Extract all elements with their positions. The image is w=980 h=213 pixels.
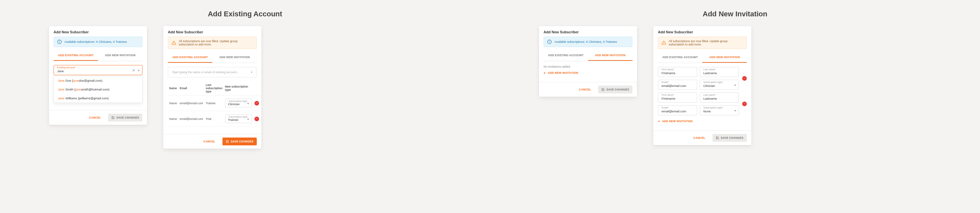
- field-value: Jane: [57, 69, 64, 73]
- caret-icon: ▾: [734, 108, 736, 112]
- save-icon: [226, 140, 229, 143]
- section-title: Add Existing Account: [49, 10, 441, 18]
- add-invitation-button[interactable]: + ADD NEW INVITATION: [544, 71, 578, 75]
- alert-available: Available subscriptions: X Clinicians, X…: [544, 37, 632, 47]
- section-title: Add New Invitation: [539, 10, 931, 18]
- plus-icon: +: [658, 119, 660, 123]
- first-name-input[interactable]: First name* Firstname: [658, 67, 697, 77]
- save-button[interactable]: SAVE CHANGES: [108, 114, 142, 122]
- cancel-button[interactable]: CANCEL: [86, 114, 105, 122]
- tabs: ADD EXISTING ACCOUNT ADD NEW INVITATION: [544, 50, 632, 61]
- table-row: Name email@email.com Trial Subscription …: [168, 111, 260, 127]
- col-name: Name: [168, 81, 178, 95]
- field-label: Existing Account: [57, 66, 75, 69]
- combobox-placeholder: Start typing the name or email of existi…: [172, 71, 239, 74]
- save-icon: [111, 116, 115, 119]
- alert-text: All subscriptions are now filled. Update…: [179, 40, 253, 46]
- modal-footer: CANCEL SAVE CHANGES: [539, 82, 637, 97]
- remove-row-button[interactable]: −: [742, 76, 747, 81]
- tab-existing[interactable]: ADD EXISTING ACCOUNT: [658, 52, 702, 63]
- modal-title: Add New Subscriber: [653, 26, 751, 37]
- plus-icon: +: [544, 71, 546, 75]
- existing-account-input[interactable]: Existing Account Jane ✕ ▾: [54, 65, 142, 75]
- section-new-invitation: Add New Invitation Add New Subscriber Av…: [539, 10, 931, 203]
- autocomplete-option[interactable]: Jane Doe (janedoe@gmail.com): [54, 76, 142, 85]
- subscribers-table: Name Email Last subscription type New su…: [168, 81, 260, 127]
- modal-footer: CANCEL SAVE CHANGES: [653, 130, 751, 145]
- modal-add-subscriber-invite-form: Add New Subscriber All subscriptions are…: [653, 26, 751, 145]
- add-invitation-button[interactable]: + ADD NEW INVITATION: [658, 119, 692, 123]
- save-icon: [716, 136, 719, 140]
- warning-icon: [172, 41, 176, 45]
- last-name-input[interactable]: Last name* Lastname: [700, 92, 739, 103]
- col-new: New subscription type: [224, 81, 253, 95]
- cancel-button[interactable]: CANCEL: [576, 86, 595, 94]
- caret-icon: ▾: [251, 71, 253, 74]
- tab-existing[interactable]: ADD EXISTING ACCOUNT: [544, 50, 588, 61]
- tab-existing[interactable]: ADD EXISTING ACCOUNT: [168, 52, 212, 63]
- svg-point-9: [664, 44, 664, 44]
- section-existing-account: Add Existing Account Add New Subscriber …: [49, 10, 441, 203]
- tabs: ADD EXISTING ACCOUNT ADD NEW INVITATION: [658, 52, 747, 63]
- modal-footer: CANCEL SAVE CHANGES: [49, 110, 147, 125]
- tab-new-invitation[interactable]: ADD NEW INVITATION: [702, 52, 747, 63]
- info-icon: [547, 40, 552, 44]
- modal-title: Add New Subscriber: [49, 26, 147, 37]
- cancel-button[interactable]: CANCEL: [200, 138, 219, 145]
- cancel-button[interactable]: CANCEL: [690, 134, 709, 142]
- autocomplete-option[interactable]: Jane Williams (jwilliams@gmail.com): [54, 94, 142, 103]
- subscription-type-select[interactable]: Subscription type Clinician ▾: [225, 99, 252, 108]
- last-name-input[interactable]: Last name* Lastname: [700, 67, 739, 77]
- subscription-type-select[interactable]: Subscription type* Clinician ▾: [700, 80, 739, 90]
- modal-footer: CANCEL SAVE CHANGES: [163, 134, 261, 149]
- alert-text: All subscriptions are now filled. Update…: [669, 40, 743, 46]
- col-last: Last subscription type: [205, 81, 224, 95]
- first-name-input[interactable]: First name* Firstname: [658, 92, 697, 103]
- invitation-row: First name* Firstname Last name* Lastnam…: [658, 67, 747, 90]
- alert-text: Available subscriptions: X Clinicians, X…: [554, 40, 617, 43]
- table-row: Name email@email.com Trainee Subscriptio…: [168, 95, 260, 111]
- remove-row-button[interactable]: −: [742, 102, 747, 106]
- modal-title: Add New Subscriber: [539, 26, 637, 37]
- alert-available: Available subscriptions: X Clinicians, X…: [54, 37, 142, 47]
- email-input[interactable]: Email* email@email.com: [658, 80, 697, 90]
- warning-icon: [662, 41, 666, 45]
- autocomplete-option[interactable]: Jane Smith (janesmith@hotmail.com): [54, 85, 142, 94]
- caret-icon: ▾: [247, 101, 249, 105]
- remove-row-button[interactable]: −: [255, 101, 259, 105]
- save-icon: [601, 88, 605, 91]
- empty-state-text: No invitations added: [544, 65, 632, 68]
- alert-full: All subscriptions are now filled. Update…: [658, 37, 747, 49]
- tabs: ADD EXISTING ACCOUNT ADD NEW INVITATION: [54, 50, 142, 61]
- modal-title: Add New Subscriber: [163, 26, 261, 37]
- save-button[interactable]: SAVE CHANGES: [598, 86, 632, 94]
- tab-new-invitation[interactable]: ADD NEW INVITATION: [98, 50, 142, 61]
- subscription-type-select[interactable]: Subscription type* None ▾: [700, 105, 739, 115]
- autocomplete-dropdown: Jane Doe (janedoe@gmail.com) Jane Smith …: [54, 76, 142, 103]
- modal-add-subscriber-existing-search: Add New Subscriber Available subscriptio…: [49, 26, 147, 125]
- existing-account-combobox[interactable]: Start typing the name or email of existi…: [168, 67, 257, 78]
- tab-new-invitation[interactable]: ADD NEW INVITATION: [588, 50, 632, 61]
- svg-point-2: [59, 41, 60, 41]
- svg-point-7: [549, 41, 550, 41]
- modal-add-subscriber-invite-empty: Add New Subscriber Available subscriptio…: [539, 26, 637, 97]
- svg-point-4: [174, 44, 174, 44]
- save-button[interactable]: SAVE CHANGES: [223, 138, 257, 145]
- alert-full: All subscriptions are now filled. Update…: [168, 37, 257, 49]
- caret-icon: ▾: [138, 68, 140, 72]
- info-icon: [57, 40, 62, 44]
- col-email: Email: [178, 81, 205, 95]
- subscription-type-select[interactable]: Subscription type Trainee ▾: [225, 114, 252, 123]
- tab-new-invitation[interactable]: ADD NEW INVITATION: [212, 52, 257, 63]
- alert-text: Available subscriptions: X Clinicians, X…: [64, 40, 127, 43]
- clear-icon[interactable]: ✕: [132, 68, 135, 72]
- caret-icon: ▾: [734, 83, 736, 87]
- remove-row-button[interactable]: −: [255, 117, 259, 121]
- tab-existing[interactable]: ADD EXISTING ACCOUNT: [54, 50, 98, 61]
- email-input[interactable]: Email* email@email.com: [658, 105, 697, 115]
- tabs: ADD EXISTING ACCOUNT ADD NEW INVITATION: [168, 52, 257, 63]
- modal-add-subscriber-existing-list: Add New Subscriber All subscriptions are…: [163, 26, 261, 149]
- save-button[interactable]: SAVE CHANGES: [713, 134, 747, 142]
- invitation-row: First name* Firstname Last name* Lastnam…: [658, 92, 747, 115]
- caret-icon: ▾: [247, 117, 249, 121]
